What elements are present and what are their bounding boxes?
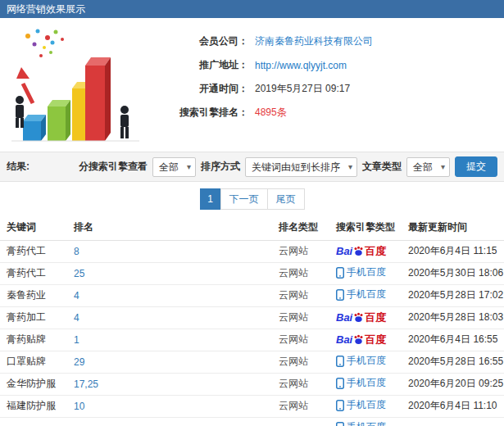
sort-filter-select[interactable]: 关键词由短到长排序 [245, 157, 357, 177]
cell-rank-type: 云网站 [272, 395, 329, 417]
baidu-logo: Bai 百度 [336, 333, 386, 347]
baidu-paw-icon [353, 246, 364, 256]
cell-keyword: 膏药贴牌 [0, 329, 67, 351]
submit-button[interactable]: 提交 [455, 156, 497, 177]
rank-count-value: 4895条 [255, 106, 287, 120]
baidu-logo-text: Bai [336, 333, 352, 346]
mobile-baidu-badge: 手机百度 [336, 420, 386, 426]
table-row: 口罩贴牌 29 云网站 手机百度 2020年5月28日 16:55 [0, 351, 504, 373]
baidu-logo-cn-text: 百度 [365, 310, 386, 325]
cell-engine: Bai 百度 [329, 329, 402, 351]
mobile-baidu-badge: 手机百度 [336, 288, 386, 301]
cell-engine: Bai 百度 [329, 240, 402, 262]
mobile-phone-icon [336, 378, 344, 389]
rank-link[interactable]: 29 [74, 356, 84, 368]
next-page-button[interactable]: 下一页 [220, 188, 268, 210]
promo-url-label: 推广地址： [152, 58, 248, 72]
info-row-open-time: 开通时间： 2019年5月27日 09:17 [152, 77, 504, 101]
baidu-logo-cn-text: 百度 [365, 333, 386, 347]
baidu-paw-icon [353, 334, 364, 345]
page-title: 网络营销效果展示 [7, 3, 85, 15]
cell-rank-type: 云网站 [272, 373, 329, 395]
cell-engine: 手机百度 [329, 417, 402, 426]
mobile-phone-icon [336, 422, 344, 426]
cell-keyword [0, 417, 67, 426]
page-1-button[interactable]: 1 [200, 188, 221, 210]
rank-link[interactable]: 17,25 [74, 378, 98, 390]
header-update-time: 最新更新时间 [402, 215, 504, 240]
chart-illustration [0, 18, 152, 152]
table-body: 膏药代工 8 云网站 Bai 百度 2020年6月4日 11:15 膏药代工 2… [0, 240, 504, 426]
sort-filter-label: 排序方式 [201, 160, 240, 174]
rank-link[interactable]: 4 [74, 312, 79, 324]
info-row-company: 会员公司： 济南秦鲁药业科技有限公司 [152, 29, 504, 53]
header-keyword: 关键词 [0, 215, 67, 240]
cell-time: 2020年6月20日 09:25 [402, 373, 504, 395]
mobile-baidu-badge: 手机百度 [336, 265, 386, 279]
cell-rank-type: 云网站 [272, 240, 329, 262]
window-title-bar: 网络营销效果展示 [0, 0, 504, 18]
cell-engine: 手机百度 [329, 395, 402, 417]
mobile-baidu-badge: 手机百度 [336, 376, 386, 390]
info-row-url: 推广地址： http://www.qlyyjt.com [152, 53, 504, 77]
baidu-logo-text: Bai [336, 245, 352, 257]
engine-filter-select[interactable]: 全部 [152, 157, 196, 177]
cell-time: 2020年6月4日 16:55 [402, 329, 504, 351]
cell-rank: 4 [67, 284, 272, 306]
last-page-button[interactable]: 尾页 [267, 188, 305, 210]
cell-rank-type: 云网站 [272, 262, 329, 284]
cell-engine: 手机百度 [329, 284, 402, 306]
rank-count-label: 搜索引擎排名： [152, 106, 248, 120]
cell-rank: 25 [67, 262, 272, 284]
header-engine-type: 搜索引擎类型 [329, 215, 402, 240]
mobile-baidu-label: 手机百度 [347, 376, 386, 390]
cell-time: 2020年5月28日 16:55 [402, 351, 504, 373]
company-label: 会员公司： [152, 34, 248, 48]
mobile-baidu-label: 手机百度 [347, 265, 386, 279]
mobile-baidu-badge: 手机百度 [336, 354, 386, 368]
cell-keyword: 福建防护服 [0, 395, 67, 417]
filter-group: 分搜索引擎查看 全部 排序方式 关键词由短到长排序 文章类型 全部 提交 [79, 156, 497, 177]
cell-keyword: 膏药代工 [0, 262, 67, 284]
cell-rank-type: 云网站 [272, 351, 329, 373]
rank-link[interactable]: 1 [74, 334, 79, 346]
bar-chart-clipart-icon [5, 25, 146, 146]
mobile-phone-icon [336, 356, 344, 367]
company-info: 会员公司： 济南秦鲁药业科技有限公司 推广地址： http://www.qlyy… [152, 18, 504, 152]
cell-rank: 4 [67, 306, 272, 329]
cell-time: 2020年5月28日 18:03 [402, 306, 504, 329]
cell-time: 2020年5月30日 18:06 [402, 262, 504, 284]
cell-keyword: 秦鲁药业 [0, 284, 67, 306]
table-row: 膏药代工 8 云网站 Bai 百度 2020年6月4日 11:15 [0, 240, 504, 262]
cell-engine: 手机百度 [329, 373, 402, 395]
mobile-phone-icon [336, 267, 344, 279]
cell-time [402, 417, 504, 426]
open-time-value: 2019年5月27日 09:17 [255, 82, 350, 96]
cell-rank: 29 [67, 351, 272, 373]
mobile-baidu-label: 手机百度 [347, 398, 386, 412]
mobile-baidu-badge: 手机百度 [336, 398, 386, 412]
cell-rank-type: 云网站 [272, 284, 329, 306]
article-type-select[interactable]: 全部 [406, 157, 450, 177]
promo-url-link[interactable]: http://www.qlyyjt.com [255, 60, 347, 71]
cell-engine: Bai 百度 [329, 306, 402, 329]
table-row: 手机百度 [0, 417, 504, 426]
rank-link[interactable]: 25 [74, 268, 84, 279]
baidu-logo: Bai 百度 [336, 244, 386, 259]
cell-engine: 手机百度 [329, 262, 402, 284]
baidu-logo-cn-text: 百度 [365, 244, 386, 259]
cell-keyword: 膏药代工 [0, 240, 67, 262]
cell-rank: 8 [67, 240, 272, 262]
company-name-link[interactable]: 济南秦鲁药业科技有限公司 [255, 34, 373, 48]
cell-keyword: 膏药加工 [0, 306, 67, 329]
info-section: 会员公司： 济南秦鲁药业科技有限公司 推广地址： http://www.qlyy… [0, 18, 504, 152]
cell-time: 2020年6月4日 11:15 [402, 240, 504, 262]
filter-bar: 结果: 分搜索引擎查看 全部 排序方式 关键词由短到长排序 文章类型 全部 提交 [0, 152, 504, 182]
table-row: 金华防护服 17,25 云网站 手机百度 2020年6月20日 09:25 [0, 373, 504, 395]
rank-link[interactable]: 4 [74, 290, 79, 301]
rank-link[interactable]: 10 [74, 401, 84, 412]
cell-rank-type [272, 417, 329, 426]
rank-link[interactable]: 8 [74, 246, 79, 257]
info-row-rank-count: 搜索引擎排名： 4895条 [152, 101, 504, 125]
cell-rank-type: 云网站 [272, 329, 329, 351]
